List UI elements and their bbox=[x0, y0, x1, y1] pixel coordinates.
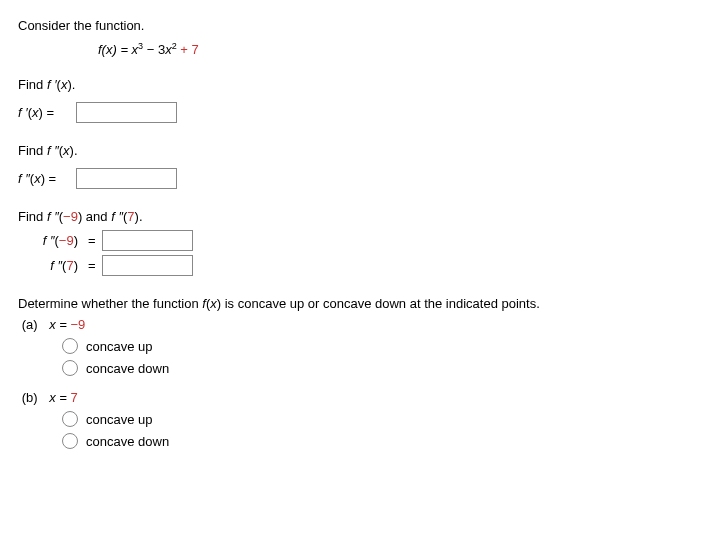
part-b-label: (b) x = 7 bbox=[18, 390, 694, 405]
part-a-option-up[interactable]: concave up bbox=[62, 338, 694, 354]
func-lhs: f(x) = bbox=[98, 42, 132, 57]
intro-text: Consider the function. bbox=[18, 18, 694, 33]
fprime-label: f ′(x) = bbox=[18, 105, 70, 120]
func-op1: − bbox=[143, 42, 158, 57]
find-fdoubleprime-instruction: Find f ″(x). bbox=[18, 143, 694, 158]
radio-icon bbox=[62, 433, 78, 449]
fdoubleprime-label: f ″(x) = bbox=[18, 171, 70, 186]
eq1: = bbox=[88, 233, 96, 248]
eval1-input[interactable] bbox=[102, 230, 193, 251]
part-a-option-down[interactable]: concave down bbox=[62, 360, 694, 376]
radio-icon bbox=[62, 411, 78, 427]
eval-v1: −9 bbox=[63, 209, 78, 224]
radio-icon bbox=[62, 338, 78, 354]
func-const: 7 bbox=[192, 42, 199, 57]
option-label: concave down bbox=[86, 361, 169, 376]
find-fprime-instruction: Find Find f ′(x).f ′(x). bbox=[18, 77, 694, 92]
part-b-option-up[interactable]: concave up bbox=[62, 411, 694, 427]
determine-instruction: Determine whether the function f(x) is c… bbox=[18, 296, 694, 311]
function-definition: f(x) = x3 − 3x2 + 7 bbox=[98, 41, 694, 57]
fprime-input[interactable] bbox=[76, 102, 177, 123]
option-label: concave up bbox=[86, 339, 153, 354]
option-label: concave down bbox=[86, 434, 169, 449]
part-b-option-down[interactable]: concave down bbox=[62, 433, 694, 449]
part-a-label: (a) x = −9 bbox=[18, 317, 694, 332]
eval2-input[interactable] bbox=[102, 255, 193, 276]
option-label: concave up bbox=[86, 412, 153, 427]
radio-icon bbox=[62, 360, 78, 376]
func-op2: + bbox=[177, 42, 192, 57]
eval2-label: f ″(7) bbox=[18, 258, 78, 273]
eq2: = bbox=[88, 258, 96, 273]
find-eval-instruction: Find f ″(−9) and f ″(7). bbox=[18, 209, 694, 224]
eval1-label: f ″(−9) bbox=[18, 233, 78, 248]
eval-v2: 7 bbox=[127, 209, 134, 224]
fdoubleprime-input[interactable] bbox=[76, 168, 177, 189]
